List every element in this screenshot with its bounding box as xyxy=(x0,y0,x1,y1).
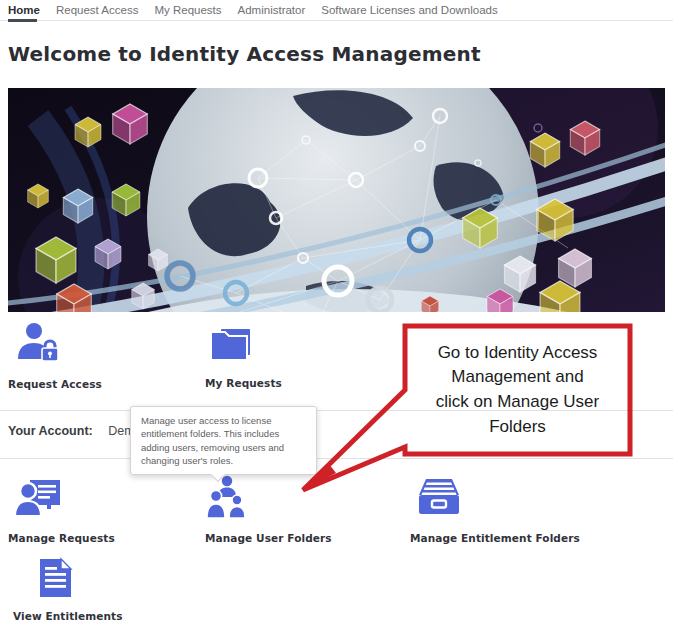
top-nav: Home Request Access My Requests Administ… xyxy=(0,0,673,21)
nav-item-my-requests[interactable]: My Requests xyxy=(154,4,221,16)
divider xyxy=(0,458,673,459)
tooltip-manage-user-folders: Manage user access to license entitlemen… xyxy=(130,406,317,475)
nav-item-home[interactable]: Home xyxy=(8,4,40,16)
tile-label: Request Access xyxy=(8,378,198,390)
page-title: Welcome to Identity Access Management xyxy=(8,42,481,66)
document-icon xyxy=(33,556,203,604)
tile-manage-user-folders[interactable]: Manage User Folders xyxy=(205,474,395,544)
tile-view-entitlements[interactable]: View Entitlements xyxy=(13,556,203,622)
tile-request-access[interactable]: Request Access xyxy=(8,320,198,390)
person-lock-icon xyxy=(15,320,198,372)
tile-label: My Requests xyxy=(205,377,395,389)
tile-my-requests[interactable]: My Requests xyxy=(205,319,395,389)
callout-annotation: Go to Identity Access Management and cli… xyxy=(405,326,630,454)
callout-line: Management and xyxy=(436,365,599,390)
callout-line: Go to Identity Access xyxy=(436,341,599,366)
tooltip-text: Manage user access to license entitlemen… xyxy=(141,415,284,466)
people-group-icon xyxy=(205,474,395,526)
nav-item-administrator[interactable]: Administrator xyxy=(238,4,306,16)
file-drawer-icon xyxy=(415,474,600,526)
account-label: Your Account: xyxy=(8,424,93,438)
callout-line: Folders xyxy=(436,415,599,440)
person-board-icon xyxy=(14,474,198,526)
tile-manage-requests[interactable]: Manage Requests xyxy=(8,474,198,544)
tile-label: Manage Requests xyxy=(8,532,198,544)
tile-label: Manage User Folders xyxy=(205,532,395,544)
folders-icon xyxy=(207,319,395,371)
nav-item-request-access[interactable]: Request Access xyxy=(56,4,138,16)
active-tab-underline xyxy=(8,19,37,22)
divider xyxy=(0,410,673,411)
hero-banner-image xyxy=(8,88,665,312)
tile-label: View Entitlements xyxy=(13,610,203,622)
nav-item-software-licenses[interactable]: Software Licenses and Downloads xyxy=(321,4,497,16)
tile-label: Manage Entitlement Folders xyxy=(410,532,600,544)
tile-manage-entitlement-folders[interactable]: Manage Entitlement Folders xyxy=(410,474,600,544)
